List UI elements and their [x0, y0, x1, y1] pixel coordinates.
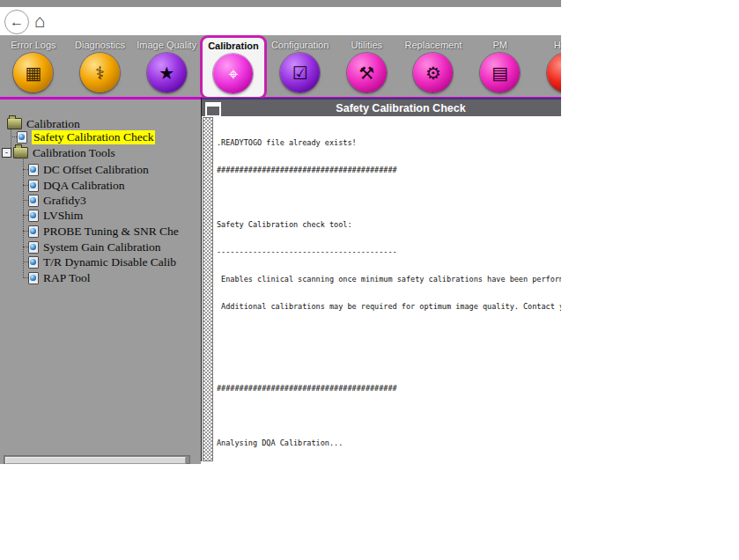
stethoscope-icon: ⚕	[80, 53, 120, 92]
safety-calibration-check-window: Safety Calibration Check .READYTOGO file…	[201, 98, 561, 461]
error-logs-report-icon: ▦	[13, 53, 53, 92]
tree-node-label: DQA Calibration	[43, 179, 125, 193]
console-vertical-scrollbar[interactable]	[203, 117, 213, 461]
tool-page-icon	[28, 272, 39, 284]
collapse-expander-icon[interactable]: -	[2, 148, 11, 158]
tab-label: Error Logs	[11, 40, 55, 50]
window-top-strip	[0, 0, 561, 7]
back-arrow-icon: ←	[10, 15, 24, 29]
console-line: Safety Calibration check tool:	[217, 220, 561, 229]
tree-node-system-gain-calibration[interactable]: System Gain Calibration	[0, 239, 201, 254]
tab-image-quality[interactable]: Image Quality ★	[133, 35, 200, 99]
console-line	[217, 357, 561, 365]
tab-home[interactable]: Home ⌂	[534, 35, 562, 99]
tab-label: Calibration	[208, 41, 258, 51]
console-line: Enables clinical scanning once minimum s…	[217, 275, 561, 284]
tools-icon: ⚒	[347, 53, 387, 92]
tree-node-label: DC Offset Calibration	[43, 163, 149, 177]
tab-bar: Error Logs ▦ Diagnostics ⚕ Image Quality…	[0, 35, 561, 99]
calibration-screw-icon: ⌖	[213, 54, 253, 93]
tab-label: Utilities	[351, 40, 382, 50]
console-line: ----------------------------------------	[217, 247, 561, 256]
tab-diagnostics[interactable]: Diagnostics ⚕	[67, 35, 134, 99]
folder-icon	[7, 118, 22, 129]
tool-page-icon	[28, 225, 39, 238]
tab-label: Replacement	[405, 40, 462, 50]
wrench-bolt-icon: ⚙	[413, 53, 453, 92]
tab-label: Configuration	[271, 40, 329, 50]
console-line: Analysing DQA Calibration...	[217, 438, 561, 447]
tab-calibration[interactable]: Calibration ⌖	[200, 35, 267, 99]
tree-horizontal-scrollbar[interactable]	[4, 455, 190, 464]
console-line: .READYTOGO file already exists!	[217, 138, 561, 147]
tool-page-icon	[28, 241, 39, 254]
tree-node-label: Grafidy3	[43, 194, 86, 208]
tool-page-icon	[28, 195, 39, 207]
folder-icon	[13, 147, 28, 158]
tree-node-label: LVShim	[43, 209, 83, 223]
tree-node-grafidy3[interactable]: Grafidy3	[0, 193, 201, 208]
tree-connector	[11, 136, 17, 137]
tree-node-rap-tool[interactable]: RAP Tool	[0, 270, 201, 285]
tree-node-label: RAP Tool	[43, 271, 90, 285]
calibration-tree-panel: Calibration Safety Calibration Check - C…	[0, 99, 201, 464]
console-line	[217, 329, 561, 338]
tree-node-label: System Gain Calibration	[43, 240, 160, 254]
tool-page-icon	[17, 131, 27, 144]
back-button[interactable]: ←	[4, 10, 29, 34]
tool-page-icon	[28, 164, 39, 176]
tool-page-icon	[28, 210, 39, 222]
home-button[interactable]: ⌂	[29, 9, 50, 32]
tree-node-label: T/R Dynamic Disable Calib	[43, 255, 176, 269]
tab-label: Diagnostics	[75, 40, 125, 50]
tab-replacement[interactable]: Replacement ⚙	[400, 35, 467, 99]
console-output: .READYTOGO file already exists! ########…	[214, 116, 561, 461]
console-line: Additional calibrations may be required …	[217, 302, 561, 311]
home-icon: ⌂	[34, 11, 46, 30]
tool-page-icon	[28, 256, 39, 269]
tab-utilities[interactable]: Utilities ⚒	[333, 35, 400, 99]
tool-page-icon	[28, 180, 39, 192]
checklist-icon: ☑	[280, 53, 320, 92]
tab-label: PM	[492, 40, 507, 50]
console-line: ########################################	[217, 384, 561, 393]
tree-node-calibration-tools[interactable]: - Calibration Tools	[0, 145, 201, 160]
tab-pm[interactable]: PM ▤	[467, 35, 534, 99]
star-monitor-icon: ★	[147, 53, 187, 92]
tab-configuration[interactable]: Configuration ☑	[267, 35, 334, 99]
tree-node-label: Calibration Tools	[33, 146, 115, 160]
navigation-toolbar: ← ⌂	[0, 7, 561, 35]
console-title: Safety Calibration Check	[202, 102, 561, 114]
tree-node-probe-tuning-snr-check[interactable]: PROBE Tuning & SNR Che	[0, 224, 201, 239]
tree-node-label: PROBE Tuning & SNR Che	[43, 225, 179, 239]
scrollbar-thumb[interactable]	[5, 457, 186, 464]
tree-node-label-selected: Safety Calibration Check	[32, 130, 155, 144]
clipboard-wrench-icon: ▤	[480, 53, 520, 92]
console-line: ########################################	[217, 166, 561, 174]
tree-node-lvshim[interactable]: LVShim	[0, 208, 201, 223]
tree-node-tr-dynamic-disable-calibration[interactable]: T/R Dynamic Disable Calib	[0, 254, 201, 269]
application-window: ← ⌂ Error Logs ▦ Diagnostics ⚕ Image Qua…	[0, 0, 561, 464]
tree-node-safety-calibration-check[interactable]: Safety Calibration Check	[0, 129, 201, 144]
tab-label: Image Quality	[137, 40, 196, 50]
home-tab-icon: ⌂	[547, 53, 561, 92]
console-line	[217, 193, 561, 202]
tab-error-logs[interactable]: Error Logs ▦	[0, 35, 67, 99]
tab-label: Home	[554, 40, 561, 50]
tree-node-dqa-calibration[interactable]: DQA Calibration	[0, 178, 201, 193]
console-body: .READYTOGO file already exists! ########…	[202, 116, 561, 461]
console-title-bar[interactable]: Safety Calibration Check	[202, 98, 561, 116]
tree-node-dc-offset-calibration[interactable]: DC Offset Calibration	[0, 162, 201, 177]
console-line	[217, 411, 561, 420]
